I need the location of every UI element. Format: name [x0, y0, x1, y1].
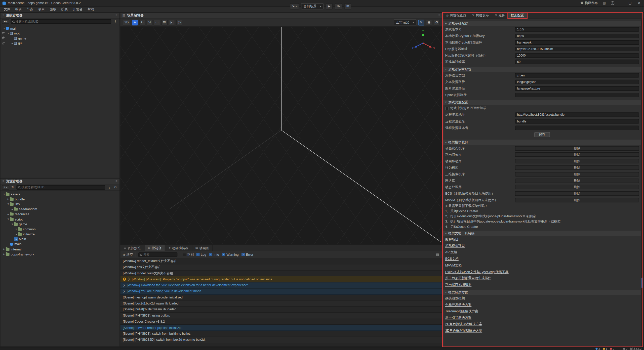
scene-select[interactable]: 当前场景 ▾ [301, 3, 324, 9]
regex-toggle[interactable]: 正则 [183, 252, 194, 257]
doc-link[interactable]: Tiledmap地图解决方案 [445, 309, 478, 314]
property-input[interactable] [515, 86, 639, 91]
section-header[interactable]: ▾框架模块裁剪 [443, 140, 641, 145]
chevron-down-icon[interactable]: ▾ [7, 203, 10, 206]
menu-item[interactable]: 开发者 [70, 7, 85, 12]
chevron-down-icon[interactable]: ▾ [7, 32, 10, 35]
rect-tool-icon[interactable]: ▭ [154, 20, 160, 25]
property-input[interactable] [515, 40, 639, 45]
hierarchy-node[interactable]: game [1, 36, 119, 41]
property-input[interactable] [515, 73, 639, 78]
status-notices[interactable]: 0 [623, 347, 627, 350]
console-filter-info[interactable]: ✓Info [209, 253, 219, 256]
assets-search-input[interactable] [22, 186, 104, 189]
doc-link[interactable]: 3D角色扮演游戏解决方案 [445, 328, 482, 333]
expand-icon[interactable]: ❯ [123, 284, 125, 287]
console-tab[interactable]: ▦动画图 [192, 245, 213, 251]
scrollbar-thumb[interactable] [641, 278, 643, 288]
build-publish-button[interactable]: ⚒ 构建发布 [580, 1, 598, 5]
expand-icon[interactable]: ❯ [128, 278, 130, 281]
inspector-tab[interactable]: ◎属性检查器 [443, 13, 469, 18]
section-header[interactable]: ▾游戏基础配置 [443, 21, 641, 26]
section-header[interactable]: ▾游戏资源配置 [443, 100, 641, 105]
hierarchy-node[interactable]: ▾root [1, 31, 119, 36]
scale-tool-icon[interactable]: ⇲ [146, 20, 152, 25]
doc-link[interactable]: 教程项目 [445, 237, 458, 242]
delete-button[interactable]: 删除 [515, 165, 639, 170]
chevron-right-icon[interactable]: ▸ [3, 248, 6, 251]
coord-toggle-icon[interactable]: ◎ [176, 20, 182, 25]
panel-menu-icon[interactable]: ≡ [438, 14, 440, 17]
asset-node[interactable]: ▾libs [1, 202, 119, 207]
asset-node[interactable]: ▸resources [1, 212, 119, 217]
chevron-down-icon[interactable]: ▾ [7, 217, 10, 221]
doc-link[interactable]: 原生包热更新配置自动生成插件 [445, 276, 491, 281]
close-button[interactable]: ✕ [637, 1, 642, 5]
console-filter-error[interactable]: ✓Error [242, 253, 253, 256]
chevron-right-icon[interactable]: ▸ [7, 212, 10, 216]
add-node-button[interactable]: + ▾ [2, 19, 9, 24]
save-button[interactable]: 保存 [534, 132, 550, 137]
asset-node[interactable]: ▸initialize [1, 232, 119, 237]
console-tab[interactable]: ▦控制台 [144, 245, 165, 251]
console-filter-warning[interactable]: ✓Warning [222, 253, 238, 256]
scene-settings-button[interactable]: ⚙ [434, 20, 440, 25]
status-warnings[interactable]: 1 [603, 347, 607, 350]
doc-link[interactable]: 战棋游戏框架 [445, 296, 465, 300]
doc-link[interactable]: MVVM文档 [445, 263, 462, 268]
log-row[interactable]: !❯[Window] [Vue warn]: Property "onInput… [120, 276, 442, 282]
doc-link[interactable]: 全栈开发解决方案 [445, 302, 471, 307]
layout-button[interactable]: ⊞ [344, 3, 351, 9]
transform-tool-icon[interactable]: ⊡ [161, 20, 167, 25]
inspector-scrollbar[interactable] [641, 18, 644, 346]
section-header[interactable]: ▾游戏多语言配置 [443, 67, 641, 72]
asset-node[interactable]: ▸seedrandom [1, 207, 119, 212]
doc-link[interactable]: 新手引导解决方案 [445, 316, 471, 320]
clear-console-button[interactable]: ⊘ 清空 [123, 252, 133, 257]
menu-item[interactable]: 面板 [47, 7, 59, 12]
section-header[interactable]: ▾框架解决方案 [443, 290, 641, 295]
doc-link[interactable]: API文档 [445, 250, 457, 255]
log-row[interactable]: ❯[Window] You are running Vue in develop… [120, 288, 442, 294]
asset-node[interactable]: ▾game [1, 222, 119, 227]
render-mode-select[interactable]: 正常渲染 ▾ [394, 19, 416, 25]
menu-item[interactable]: 扩展 [59, 7, 70, 12]
chevron-down-icon[interactable]: ▾ [3, 193, 6, 196]
delete-button[interactable]: 删除 [515, 191, 639, 196]
delete-button[interactable]: 删除 [515, 185, 639, 189]
scene-camera-button[interactable]: ◉ [426, 20, 432, 25]
chevron-right-icon[interactable]: ▸ [7, 198, 10, 201]
asset-node[interactable]: main [1, 242, 119, 247]
preview-platform-button[interactable]: ➤ ▾ [290, 3, 299, 9]
delete-button[interactable]: 删除 [515, 159, 639, 163]
console-tab[interactable]: ▤资源预览 [120, 245, 144, 251]
mode-3d-button[interactable]: 3D [123, 20, 130, 25]
sort-icon[interactable]: ⇅ [11, 186, 15, 189]
pivot-toggle-icon[interactable]: ◱ [169, 20, 175, 25]
status-info[interactable]: 3 [595, 347, 600, 350]
help-icon[interactable]: ? [611, 1, 615, 5]
delete-button[interactable]: 删除 [515, 152, 639, 157]
play-button[interactable]: ▶ [326, 3, 333, 9]
delete-button[interactable]: 删除 [515, 172, 639, 177]
menu-item[interactable]: 节点 [24, 7, 36, 12]
scene-viewport[interactable]: Y X Z [120, 27, 442, 244]
refresh-icon[interactable]: ⟳ [113, 186, 118, 189]
property-input[interactable] [515, 80, 639, 84]
asset-node[interactable]: TSMain [1, 237, 119, 242]
console-search-input[interactable] [143, 253, 176, 256]
filter-icon[interactable]: ⋮ [107, 186, 112, 189]
section-header[interactable]: ▾框架文档工具链接 [443, 231, 641, 236]
delete-button[interactable]: 删除 [515, 198, 639, 202]
delete-button[interactable]: 删除 [515, 146, 639, 150]
export-log-icon[interactable]: ▤ [435, 253, 440, 256]
asset-node[interactable]: ▸oops-framework [1, 252, 119, 257]
hierarchy-search-input[interactable] [16, 20, 110, 23]
doc-link[interactable]: 游戏模板项目 [445, 244, 465, 248]
console-filter-log[interactable]: ✓Log [196, 253, 206, 256]
property-input[interactable] [515, 60, 639, 64]
menu-item[interactable]: 编辑 [13, 7, 24, 12]
menu-item[interactable]: 项目 [36, 7, 47, 12]
scene-light-toggle[interactable]: ☀ [418, 20, 424, 25]
doc-link[interactable]: Excel格式转Json文件与TypeScript代码工具 [445, 270, 509, 274]
